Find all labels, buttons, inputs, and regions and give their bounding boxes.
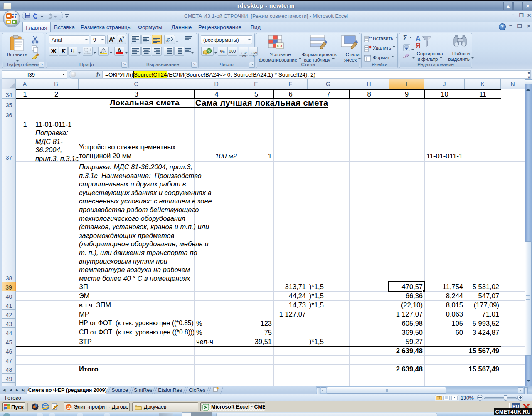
svg-text:$: $	[208, 49, 210, 53]
svg-text:≥: ≥	[280, 44, 283, 48]
svg-text:1C: 1C	[67, 405, 72, 409]
svg-text:≤: ≤	[277, 44, 279, 48]
svg-text:ab: ab	[165, 36, 171, 43]
svg-text:Я: Я	[416, 42, 421, 49]
svg-text:А: А	[416, 35, 421, 42]
